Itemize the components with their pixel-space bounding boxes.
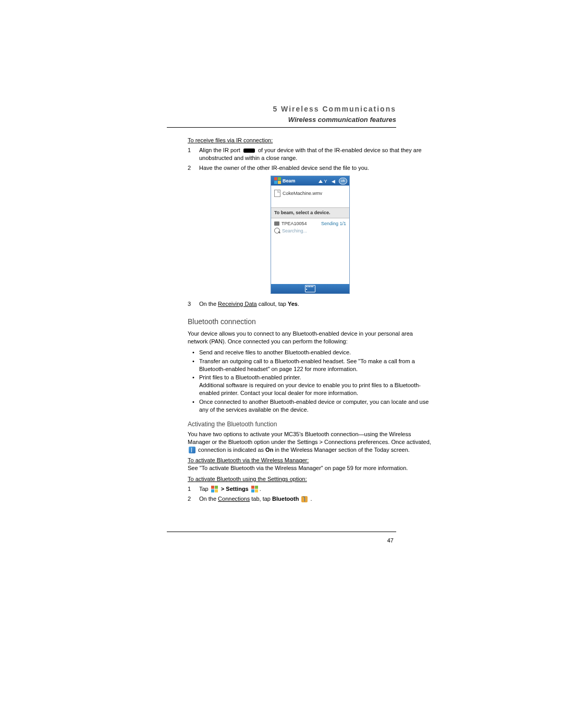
chapter-title: 5 Wireless Communications: [167, 104, 396, 114]
bullet-text: Send and receive files to another Blueto…: [199, 349, 433, 356]
bold-settings: Settings: [226, 486, 248, 492]
device-name: TPEA10054: [282, 220, 321, 227]
screenshot-title: Beam: [283, 178, 317, 184]
text: Tap: [199, 486, 210, 492]
settings-steps: 1 Tap > Settings . 2 On the Connections …: [188, 485, 433, 503]
text: On the: [199, 496, 218, 502]
step-text: Align the IR port of your device with th…: [199, 146, 433, 162]
bullet-text: Once connected to another Bluetooth-enab…: [199, 398, 433, 414]
settings-icon: [251, 486, 259, 493]
instruction-bar: To beam, select a device.: [271, 207, 349, 218]
screenshot-bottombar: [271, 284, 349, 293]
step-number: 3: [188, 300, 199, 308]
text: >: [219, 486, 226, 492]
footer-rule: [167, 532, 396, 532]
device-list: TPEA10054 Sending 1/1 Searching...: [271, 218, 349, 284]
text: Print files to a Bluetooth-enabled print…: [199, 374, 301, 380]
activating-paragraph: You have two options to activate your MC…: [188, 430, 433, 454]
bold-bluetooth: Bluetooth: [272, 496, 299, 502]
step-number: 2: [188, 495, 199, 503]
antenna-icon: Y: [324, 178, 330, 184]
bluetooth-intro: Your device allows you to connect to any…: [188, 330, 433, 346]
ir-steps-cont: 3 On the Receiving Data callout, tap Yes…: [188, 300, 433, 308]
text: Align the IR port: [199, 147, 242, 153]
step-text: On the Receiving Data callout, tap Yes.: [199, 300, 433, 308]
ok-button: ok: [339, 178, 347, 184]
section-via-wm: To activate Bluetooth via the Wireless M…: [188, 456, 433, 464]
search-icon: [274, 228, 280, 233]
keyboard-icon: [305, 285, 315, 292]
volume-icon: ◀: [332, 178, 337, 184]
text: .: [309, 496, 312, 502]
file-name: CokeMachine.wmv: [283, 190, 322, 196]
file-area: CokeMachine.wmv: [271, 186, 349, 207]
device-status: Sending 1/1: [321, 220, 346, 227]
header-rule: [167, 127, 396, 128]
page-number: 47: [387, 537, 394, 545]
start-icon: [211, 486, 218, 493]
bullet-icon: •: [188, 398, 199, 414]
step-number: 1: [188, 485, 199, 493]
text: On the: [199, 301, 218, 307]
step-number: 2: [188, 164, 199, 172]
bluetooth-small-icon: [301, 496, 308, 502]
text: [299, 496, 300, 502]
text: .: [298, 301, 299, 307]
section-ir-receive: To receive files via IR connection:: [188, 137, 433, 144]
bold-yes: Yes: [288, 301, 298, 307]
heading-bluetooth: Bluetooth connection: [188, 317, 433, 327]
beam-screenshot: Beam Y ◀ ok CokeMachine.wmv To beam, sel…: [271, 176, 350, 293]
start-icon: [274, 177, 282, 184]
bullet-text: Print files to a Bluetooth-enabled print…: [199, 374, 433, 397]
document-icon: [274, 190, 280, 197]
text: connection is indicated as: [197, 447, 265, 453]
text: .: [260, 486, 261, 492]
ir-steps: 1 Align the IR port of your device with …: [188, 146, 433, 172]
searching-text: Searching...: [282, 228, 346, 234]
section-via-settings: To activate Bluetooth using the Settings…: [188, 475, 433, 483]
text: tab, tap: [250, 496, 272, 502]
bullet-icon: •: [188, 349, 199, 356]
ir-port-icon: [243, 149, 255, 153]
text: [249, 486, 250, 492]
text: in the Wireless Manager section of the T…: [273, 447, 410, 453]
chapter-subhead: Wireless communication features: [167, 115, 396, 125]
bold-on: On: [265, 447, 273, 453]
via-wm-text: See "To activate Bluetooth via the Wirel…: [188, 464, 433, 472]
bullet-icon: •: [188, 357, 199, 373]
bluetooth-bullets: •Send and receive files to another Bluet…: [188, 349, 433, 414]
signal-icon: [319, 180, 323, 183]
bluetooth-icon: [189, 447, 195, 453]
step-text: On the Connections tab, tap Bluetooth .: [199, 495, 433, 503]
screenshot-titlebar: Beam Y ◀ ok: [271, 176, 349, 186]
step-text: Tap > Settings .: [199, 485, 433, 493]
ir-device-icon: [274, 221, 279, 226]
bullet-icon: •: [188, 374, 199, 397]
heading-activating: Activating the Bluetooth function: [188, 420, 433, 428]
step-text: Have the owner of the other IR-enabled d…: [199, 164, 433, 172]
step-number: 1: [188, 146, 199, 162]
link-receiving-data: Receiving Data: [218, 301, 257, 307]
bullet-text: Transfer an outgoing call to a Bluetooth…: [199, 357, 433, 373]
bullet-note: Additional software is required on your …: [199, 382, 421, 396]
text: callout, tap: [257, 301, 288, 307]
text: You have two options to activate your MC…: [188, 431, 431, 445]
link-connections: Connections: [218, 496, 250, 502]
